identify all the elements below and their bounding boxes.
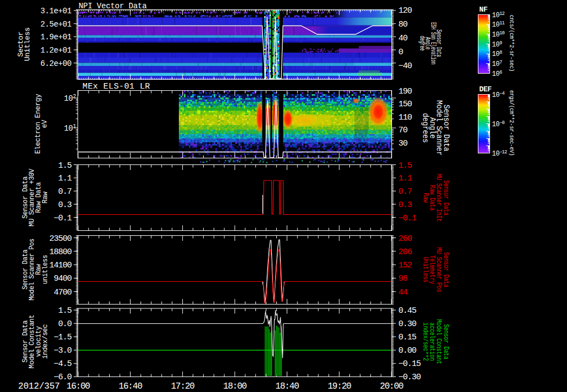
svg-text:2.5e+01: 2.5e+01 <box>40 20 71 29</box>
svg-text:−1.5: −1.5 <box>54 333 72 342</box>
svg-text:18:40: 18:40 <box>275 381 299 391</box>
svg-text:NPI Vector Data: NPI Vector Data <box>79 2 147 11</box>
svg-text:152: 152 <box>399 261 412 270</box>
svg-text:150: 150 <box>399 100 413 109</box>
svg-text:0.30: 0.30 <box>399 319 417 329</box>
svg-text:0.7: 0.7 <box>399 187 412 197</box>
svg-text:−0.1: −0.1 <box>399 214 417 223</box>
svg-text:−0.30: −0.30 <box>399 373 421 382</box>
svg-text:16:40: 16:40 <box>118 381 142 391</box>
svg-text:80: 80 <box>399 20 408 29</box>
svg-text:Sensor Data: Sensor Data <box>442 252 450 287</box>
svg-text:0: 0 <box>399 48 404 57</box>
svg-text:index/sec**2: index/sec**2 <box>421 322 429 360</box>
svg-text:40: 40 <box>399 34 408 43</box>
svg-text:Raw Data: Raw Data <box>429 185 436 211</box>
svg-text:0.15: 0.15 <box>399 333 417 342</box>
svg-text:cnts/(cm**2-sr-sec): cnts/(cm**2-sr-sec) <box>508 15 516 71</box>
svg-text:1.5: 1.5 <box>58 161 72 171</box>
svg-text:MEx ELS-01 LR: MEx ELS-01 LR <box>83 82 150 91</box>
svg-text:Sensor Data: Sensor Data <box>442 180 450 215</box>
svg-text:206: 206 <box>399 247 413 257</box>
svg-text:30: 30 <box>399 139 408 148</box>
svg-text:acceleration: acceleration <box>429 322 436 360</box>
svg-text:Raw: Raw <box>41 192 49 204</box>
svg-text:Unitless: Unitless <box>23 28 32 61</box>
svg-text:1.5: 1.5 <box>58 306 72 316</box>
svg-text:3.1e+01: 3.1e+01 <box>40 7 71 16</box>
svg-text:DEF: DEF <box>480 85 492 94</box>
svg-text:9400: 9400 <box>54 274 72 283</box>
svg-text:Telemetry: Telemetry <box>429 255 436 285</box>
svg-text:0.0: 0.0 <box>58 319 72 329</box>
svg-text:260: 260 <box>399 234 413 244</box>
svg-text:NF: NF <box>480 6 488 14</box>
svg-text:190: 190 <box>399 87 413 96</box>
svg-text:0.00: 0.00 <box>399 346 417 355</box>
svg-text:18800: 18800 <box>49 247 72 257</box>
svg-text:1.1: 1.1 <box>58 174 72 183</box>
svg-text:17:20: 17:20 <box>171 381 195 391</box>
svg-text:−40: −40 <box>399 61 413 71</box>
svg-text:0.3: 0.3 <box>399 200 413 210</box>
svg-text:6.2e+00: 6.2e+00 <box>40 59 71 68</box>
svg-text:Unitless: Unitless <box>421 257 429 282</box>
svg-text:−0.1: −0.1 <box>54 214 72 223</box>
svg-text:0.3: 0.3 <box>58 200 72 210</box>
svg-text:1.5: 1.5 <box>399 161 413 171</box>
svg-text:14100: 14100 <box>49 261 72 270</box>
svg-text:120: 120 <box>399 6 413 16</box>
svg-text:18:00: 18:00 <box>223 381 247 391</box>
svg-text:unitless: unitless <box>42 255 50 285</box>
svg-text:MU Scanner Pos: MU Scanner Pos <box>435 247 442 292</box>
svg-text:1.1: 1.1 <box>399 174 413 183</box>
svg-text:index/sec: index/sec <box>41 324 49 359</box>
svg-text:Sensor Data: Sensor Data <box>442 324 450 359</box>
svg-text:eV: eV <box>40 120 49 128</box>
svg-text:70: 70 <box>399 126 408 135</box>
svg-text:Raw: Raw <box>421 193 429 203</box>
svg-text:1.9e+01: 1.9e+01 <box>40 33 71 42</box>
svg-text:−3.0: −3.0 <box>54 346 72 355</box>
svg-text:23500: 23500 <box>49 234 72 244</box>
svg-text:110: 110 <box>399 113 413 122</box>
svg-text:degree: degree <box>419 36 426 51</box>
svg-text:4700: 4700 <box>54 288 72 297</box>
svg-text:1.2e+01: 1.2e+01 <box>40 46 71 55</box>
svg-text:2012/357: 2012/357 <box>18 381 60 391</box>
svg-text:−6.0: −6.0 <box>54 373 72 382</box>
svg-text:20:00: 20:00 <box>380 381 404 391</box>
svg-text:degrees: degrees <box>421 113 429 143</box>
svg-text:ergs/(cm**2-sr-sec-eV): ergs/(cm**2-sr-sec-eV) <box>508 90 516 156</box>
svg-text:0.45: 0.45 <box>399 306 417 316</box>
svg-text:−4.5: −4.5 <box>54 359 72 369</box>
svg-text:44: 44 <box>399 288 408 297</box>
svg-text:Model Constant: Model Constant <box>435 319 442 364</box>
svg-text:−0.15: −0.15 <box>399 359 421 369</box>
svg-text:19:20: 19:20 <box>328 381 352 391</box>
svg-text:98: 98 <box>399 274 408 283</box>
svg-text:0.7: 0.7 <box>58 187 71 197</box>
svg-text:MU Scanner InIt: MU Scanner InIt <box>435 174 442 222</box>
svg-text:16:00: 16:00 <box>66 381 90 391</box>
